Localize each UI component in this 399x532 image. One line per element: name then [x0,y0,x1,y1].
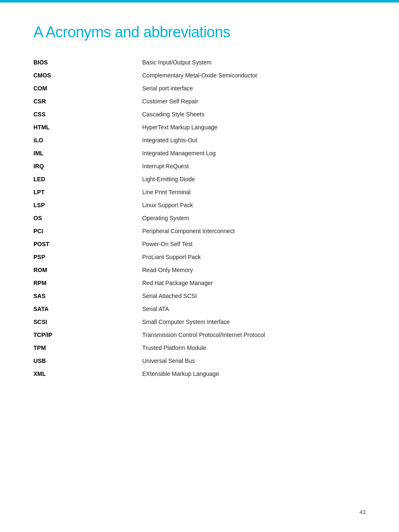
table-row: USBUniversal Serial Bus [33,355,366,368]
acronym-term: ROM [33,264,142,277]
table-row: BIOSBasic Input/Output System [33,56,366,69]
acronym-term: SCSI [33,316,142,329]
table-row: XMLEXtensible Markup Language [33,368,366,380]
acronym-term: LED [33,173,142,186]
acronym-term: TPM [33,342,142,355]
page-title: A Acronyms and abbreviations [33,23,366,41]
acronym-definition: Operating System [142,212,366,225]
table-row: COMSerial port interface [33,82,366,95]
acronym-definition: Customer Self Repair [142,95,366,108]
acronym-definition: ProLiant Support Pack [142,251,366,264]
acronyms-table: BIOSBasic Input/Output SystemCMOSComplem… [33,56,366,380]
acronym-definition: Serial port interface [142,82,366,95]
table-row: SATASerial ATA [33,303,366,316]
acronym-term: USB [33,355,142,368]
table-row: RPMRed Hat Package Manager [33,277,366,290]
acronym-definition: Integrated Management Log [142,147,366,160]
acronym-definition: Trusted Platform Module [142,342,366,355]
acronym-term: COM [33,82,142,95]
table-row: CSRCustomer Self Repair [33,95,366,108]
acronym-term: BIOS [33,56,142,69]
table-row: IRQInterrupt ReQuest [33,160,366,173]
acronym-definition: Integrated Lights-Out [142,134,366,147]
acronym-definition: Small Computer System Interface [142,316,366,329]
table-row: PCIPeripheral Component Interconnect [33,225,366,238]
acronym-term: LPT [33,186,142,199]
acronym-definition: EXtensible Markup Language [142,368,366,380]
acronym-term: POST [33,238,142,251]
acronym-term: HTML [33,121,142,134]
acronym-term: iLO [33,134,142,147]
acronym-definition: Transmission Control Protocol/Internet P… [142,329,366,342]
table-row: HTMLHyperText Markup Language [33,121,366,134]
acronym-definition: Interrupt ReQuest [142,160,366,173]
table-row: IMLIntegrated Management Log [33,147,366,160]
acronym-definition: Read-Only Memory [142,264,366,277]
acronym-definition: Basic Input/Output System [142,56,366,69]
acronym-definition: Line Print Terminal [142,186,366,199]
acronym-term: CSS [33,108,142,121]
acronym-term: XML [33,368,142,380]
acronym-term: SAS [33,290,142,303]
table-row: CSSCascading Style Sheets [33,108,366,121]
table-row: PSPProLiant Support Pack [33,251,366,264]
acronym-definition: Serial Attached SCSI [142,290,366,303]
acronym-definition: Cascading Style Sheets [142,108,366,121]
page-number: 43 [360,509,366,515]
acronym-term: OS [33,212,142,225]
table-row: POSTPower-On Self Test [33,238,366,251]
table-row: SASSerial Attached SCSI [33,290,366,303]
acronym-definition: Peripheral Component Interconnect [142,225,366,238]
table-row: OSOperating System [33,212,366,225]
table-row: SCSISmall Computer System Interface [33,316,366,329]
table-row: LPTLine Print Terminal [33,186,366,199]
acronym-definition: HyperText Markup Language [142,121,366,134]
table-row: LSPLinux Support Pack [33,199,366,212]
acronym-definition: Serial ATA [142,303,366,316]
acronym-term: IRQ [33,160,142,173]
table-row: TCP/IPTransmission Control Protocol/Inte… [33,329,366,342]
acronym-term: CMOS [33,69,142,82]
acronym-definition: Light-Emitting Diode [142,173,366,186]
acronym-term: SATA [33,303,142,316]
acronym-definition: Universal Serial Bus [142,355,366,368]
acronym-term: PSP [33,251,142,264]
acronym-definition: Power-On Self Test [142,238,366,251]
acronym-definition: Red Hat Package Manager [142,277,366,290]
page-title-text: A Acronyms and abbreviations [33,23,230,41]
acronym-term: LSP [33,199,142,212]
acronym-term: CSR [33,95,142,108]
acronym-definition: Complementary Metal-Oxide Semiconductor [142,69,366,82]
table-row: iLOIntegrated Lights-Out [33,134,366,147]
table-row: ROMRead-Only Memory [33,264,366,277]
table-row: CMOSComplementary Metal-Oxide Semiconduc… [33,69,366,82]
acronym-term: RPM [33,277,142,290]
acronym-term: PCI [33,225,142,238]
acronym-definition: Linux Support Pack [142,199,366,212]
acronym-term: TCP/IP [33,329,142,342]
acronym-term: IML [33,147,142,160]
table-row: LEDLight-Emitting Diode [33,173,366,186]
table-row: TPMTrusted Platform Module [33,342,366,355]
